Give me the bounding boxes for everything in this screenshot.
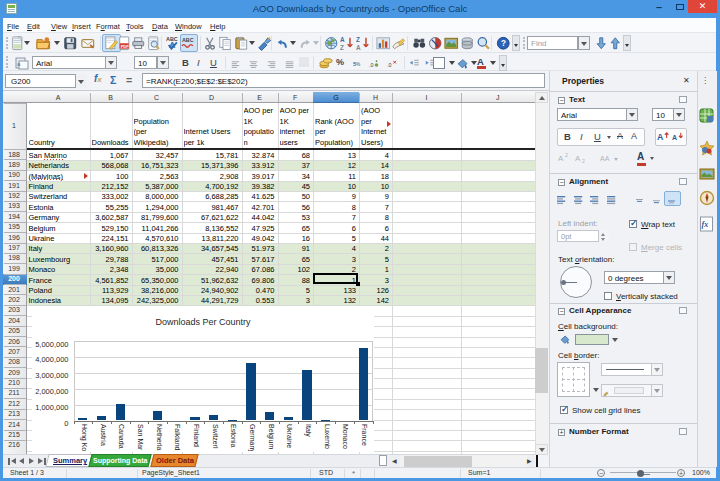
svg-text:Z: Z bbox=[356, 36, 360, 43]
svg-text:ABC: ABC bbox=[166, 36, 178, 42]
svg-text:AA: AA bbox=[600, 155, 610, 162]
svg-text:5%: 5% bbox=[353, 61, 360, 67]
svg-text:.0: .0 bbox=[387, 62, 391, 68]
svg-text:A: A bbox=[657, 132, 664, 142]
svg-text:2: 2 bbox=[565, 152, 568, 158]
svg-text:A: A bbox=[356, 44, 361, 51]
svg-text:PDF: PDF bbox=[121, 44, 130, 49]
svg-text:.0: .0 bbox=[369, 62, 373, 68]
svg-text:A: A bbox=[558, 154, 564, 163]
svg-text:A: A bbox=[672, 134, 677, 141]
svg-text:2: 2 bbox=[582, 158, 585, 164]
svg-text:A: A bbox=[340, 36, 345, 43]
svg-text:?: ? bbox=[501, 39, 506, 48]
svg-text:fx: fx bbox=[702, 220, 709, 229]
svg-text:Z: Z bbox=[340, 44, 344, 51]
svg-text:A: A bbox=[575, 154, 581, 163]
svg-text:ABC: ABC bbox=[182, 37, 194, 43]
